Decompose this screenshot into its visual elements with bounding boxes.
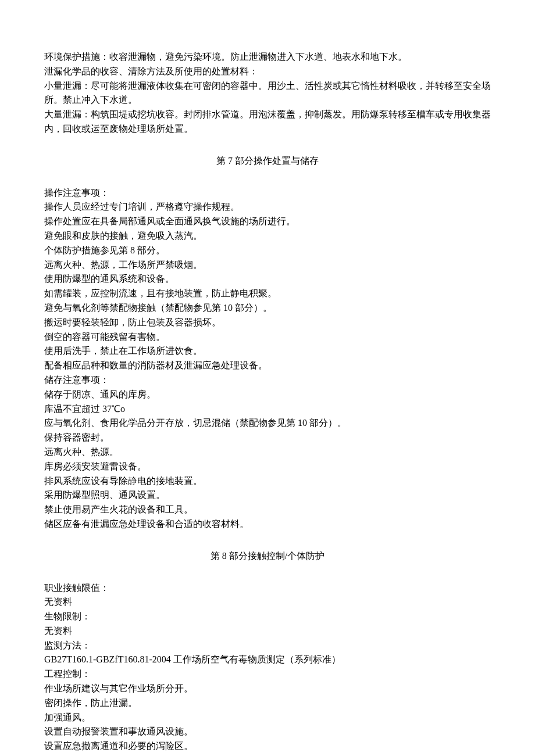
section-8-line: 职业接触限值： — [44, 581, 491, 596]
section-7-line: 库房必须安装避雷设备。 — [44, 460, 491, 474]
section-8-body: 职业接触限值：无资料生物限制：无资料监测方法：GB27T160.1-GBZfT1… — [44, 581, 491, 754]
section-7-line: 储存于阴凉、通风的库房。 — [44, 388, 491, 402]
section-7-line: 配备相应品种和数量的消防器材及泄漏应急处理设备。 — [44, 359, 491, 373]
section-7-line: 操作人员应经过专门培训，严格遵守操作规程。 — [44, 200, 491, 214]
section-7-line: 远离火种、热源。 — [44, 445, 491, 460]
section-8-line: 无资料 — [44, 624, 491, 639]
intro-paragraph: 小量泄漏：尽可能将泄漏液体收集在可密闭的容器中。用沙土、活性炭或其它惰性材料吸收… — [44, 79, 491, 108]
section-7-line: 操作处置应在具备局部通风或全面通风换气设施的场所进行。 — [44, 214, 491, 229]
section-7-line: 储区应备有泄漏应急处理设备和合适的收容材料。 — [44, 517, 491, 532]
section-8-line: 设置自动报警装置和事故通风设施。 — [44, 725, 491, 739]
section-8-line: 密闭操作，防止泄漏。 — [44, 696, 491, 711]
section-7-line: 使用防爆型的通风系统和设备。 — [44, 272, 491, 286]
section-7-line: 如需罐装，应控制流速，且有接地装置，防止静电积聚。 — [44, 286, 491, 301]
section-8-title: 第 8 部分接触控制/个体防护 — [44, 549, 491, 564]
section-7-line: 避免与氧化剂等禁配物接触（禁配物参见第 10 部分）。 — [44, 301, 491, 316]
section-8-line: 设置应急撤离通道和必要的泻险区。 — [44, 739, 491, 754]
section-7-line: 排风系统应设有导除静电的接地装置。 — [44, 474, 491, 489]
document-page: 环境保护措施：收容泄漏物，避免污染环境。防止泄漏物进入下水道、地表水和地下水。 … — [0, 0, 535, 756]
section-7-line: 个体防护措施参见第 8 部分。 — [44, 243, 491, 258]
section-8-line: GB27T160.1-GBZfT160.81-2004 工作场所空气有毒物质测定… — [44, 653, 491, 667]
section-7-line: 使用后洗手，禁止在工作场所进饮食。 — [44, 344, 491, 359]
intro-paragraph: 环境保护措施：收容泄漏物，避免污染环境。防止泄漏物进入下水道、地表水和地下水。 — [44, 50, 491, 65]
section-8-line: 监测方法： — [44, 639, 491, 653]
section-7-line: 操作注意事项： — [44, 186, 491, 200]
intro-paragraph: 大量泄漏：构筑围堤或挖坑收容。封闭排水管道。用泡沫覆盖，抑制蒸发。用防爆泵转移至… — [44, 108, 491, 137]
section-7-line: 远离火种、热源，工作场所严禁吸烟。 — [44, 258, 491, 273]
section-7-body: 操作注意事项：操作人员应经过专门培训，严格遵守操作规程。操作处置应在具备局部通风… — [44, 186, 491, 532]
section-7-line: 禁止使用易产生火花的设备和工具。 — [44, 503, 491, 517]
section-7-title: 第 7 部分操作处置与储存 — [44, 154, 491, 169]
section-7-line: 储存注意事项： — [44, 373, 491, 388]
section-7-line: 搬运时要轻装轻卸，防止包装及容器损坏。 — [44, 316, 491, 330]
section-7-line: 避免眼和皮肤的接触，避免吸入蒸汽。 — [44, 229, 491, 243]
section-8-line: 加强通风。 — [44, 711, 491, 725]
section-8-line: 生物限制： — [44, 610, 491, 624]
section-8-line: 无资料 — [44, 595, 491, 610]
intro-paragraph: 泄漏化学品的收容、清除方法及所使用的处置材料： — [44, 65, 491, 79]
section-8-line: 作业场所建议与其它作业场所分开。 — [44, 682, 491, 696]
section-7-line: 倒空的容器可能残留有害物。 — [44, 330, 491, 345]
section-7-line: 库温不宜超过 37℃o — [44, 402, 491, 417]
section-7-line: 采用防爆型照明、通风设置。 — [44, 488, 491, 503]
section-7-line: 应与氧化剂、食用化学品分开存放，切忌混储（禁配物参见第 10 部分）。 — [44, 416, 491, 431]
section-8-line: 工程控制： — [44, 667, 491, 682]
section-7-line: 保持容器密封。 — [44, 431, 491, 445]
